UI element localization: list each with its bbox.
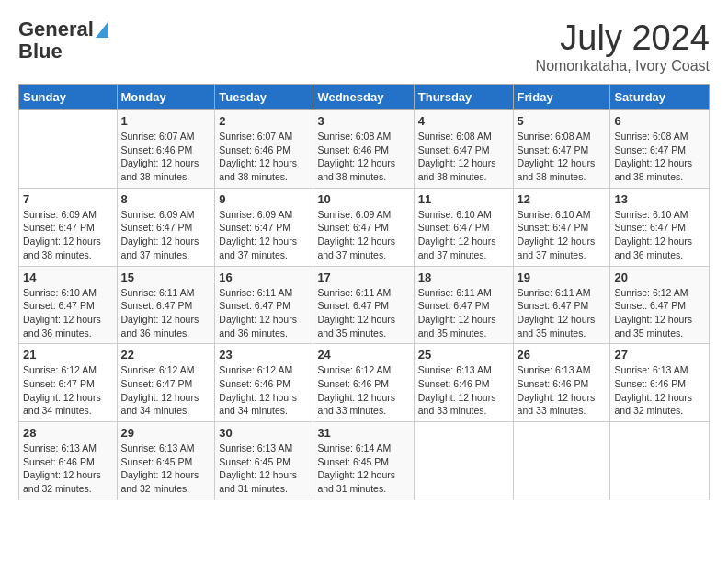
calendar-cell: 15Sunrise: 6:11 AM Sunset: 6:47 PM Dayli… <box>117 266 215 344</box>
day-number: 27 <box>614 348 705 362</box>
day-info: Sunrise: 6:12 AM Sunset: 6:47 PM Dayligh… <box>614 286 705 340</box>
week-row-1: 1Sunrise: 6:07 AM Sunset: 6:46 PM Daylig… <box>19 110 710 189</box>
calendar-body: 1Sunrise: 6:07 AM Sunset: 6:46 PM Daylig… <box>19 110 710 500</box>
header-day-monday: Monday <box>117 85 215 110</box>
header-day-sunday: Sunday <box>19 85 118 110</box>
calendar-cell: 1Sunrise: 6:07 AM Sunset: 6:46 PM Daylig… <box>117 110 215 189</box>
header-day-saturday: Saturday <box>610 85 710 110</box>
day-number: 10 <box>317 192 409 206</box>
day-info: Sunrise: 6:11 AM Sunset: 6:47 PM Dayligh… <box>121 286 211 340</box>
day-info: Sunrise: 6:08 AM Sunset: 6:47 PM Dayligh… <box>518 130 607 184</box>
day-info: Sunrise: 6:11 AM Sunset: 6:47 PM Dayligh… <box>418 286 509 340</box>
day-info: Sunrise: 6:11 AM Sunset: 6:47 PM Dayligh… <box>518 286 607 340</box>
day-number: 19 <box>518 270 607 284</box>
calendar-cell: 5Sunrise: 6:08 AM Sunset: 6:47 PM Daylig… <box>513 110 610 189</box>
calendar-cell: 29Sunrise: 6:13 AM Sunset: 6:45 PM Dayli… <box>117 422 215 500</box>
day-info: Sunrise: 6:14 AM Sunset: 6:45 PM Dayligh… <box>317 442 409 496</box>
calendar-cell <box>414 422 513 500</box>
day-info: Sunrise: 6:11 AM Sunset: 6:47 PM Dayligh… <box>317 286 409 340</box>
calendar-cell: 23Sunrise: 6:12 AM Sunset: 6:46 PM Dayli… <box>215 344 313 422</box>
header-day-friday: Friday <box>513 85 610 110</box>
calendar-header: SundayMondayTuesdayWednesdayThursdayFrid… <box>19 85 710 110</box>
header-row: SundayMondayTuesdayWednesdayThursdayFrid… <box>19 85 710 110</box>
week-row-4: 21Sunrise: 6:12 AM Sunset: 6:47 PM Dayli… <box>19 344 710 422</box>
header-day-thursday: Thursday <box>414 85 513 110</box>
calendar-cell: 20Sunrise: 6:12 AM Sunset: 6:47 PM Dayli… <box>610 266 710 344</box>
main-title: July 2024 <box>536 18 710 58</box>
calendar-cell <box>19 110 118 189</box>
calendar-cell: 8Sunrise: 6:09 AM Sunset: 6:47 PM Daylig… <box>117 188 215 266</box>
calendar-cell: 27Sunrise: 6:13 AM Sunset: 6:46 PM Dayli… <box>610 344 710 422</box>
subtitle: Nomonkataha, Ivory Coast <box>536 58 710 75</box>
day-info: Sunrise: 6:08 AM Sunset: 6:47 PM Dayligh… <box>614 130 705 184</box>
day-info: Sunrise: 6:09 AM Sunset: 6:47 PM Dayligh… <box>23 208 113 262</box>
day-number: 9 <box>219 192 309 206</box>
week-row-5: 28Sunrise: 6:13 AM Sunset: 6:46 PM Dayli… <box>19 422 710 500</box>
day-info: Sunrise: 6:10 AM Sunset: 6:47 PM Dayligh… <box>518 208 607 262</box>
calendar-cell: 19Sunrise: 6:11 AM Sunset: 6:47 PM Dayli… <box>513 266 610 344</box>
day-info: Sunrise: 6:08 AM Sunset: 6:46 PM Dayligh… <box>317 130 409 184</box>
week-row-3: 14Sunrise: 6:10 AM Sunset: 6:47 PM Dayli… <box>19 266 710 344</box>
calendar-cell: 2Sunrise: 6:07 AM Sunset: 6:46 PM Daylig… <box>215 110 313 189</box>
day-info: Sunrise: 6:13 AM Sunset: 6:46 PM Dayligh… <box>418 363 509 418</box>
day-number: 18 <box>418 270 509 284</box>
calendar-table: SundayMondayTuesdayWednesdayThursdayFrid… <box>18 84 710 500</box>
calendar-cell: 26Sunrise: 6:13 AM Sunset: 6:46 PM Dayli… <box>513 344 610 422</box>
calendar-cell: 17Sunrise: 6:11 AM Sunset: 6:47 PM Dayli… <box>313 266 414 344</box>
logo-triangle-icon <box>96 21 108 38</box>
calendar-cell: 9Sunrise: 6:09 AM Sunset: 6:47 PM Daylig… <box>215 188 313 266</box>
calendar-cell: 21Sunrise: 6:12 AM Sunset: 6:47 PM Dayli… <box>19 344 118 422</box>
day-info: Sunrise: 6:11 AM Sunset: 6:47 PM Dayligh… <box>219 286 309 340</box>
day-info: Sunrise: 6:10 AM Sunset: 6:47 PM Dayligh… <box>418 208 509 262</box>
day-number: 1 <box>121 114 211 128</box>
day-info: Sunrise: 6:12 AM Sunset: 6:46 PM Dayligh… <box>219 363 309 418</box>
day-number: 31 <box>317 426 409 440</box>
day-info: Sunrise: 6:13 AM Sunset: 6:46 PM Dayligh… <box>614 363 705 418</box>
calendar-cell: 6Sunrise: 6:08 AM Sunset: 6:47 PM Daylig… <box>610 110 710 189</box>
logo: General Blue <box>18 18 108 63</box>
day-info: Sunrise: 6:13 AM Sunset: 6:45 PM Dayligh… <box>219 442 309 496</box>
calendar-cell: 7Sunrise: 6:09 AM Sunset: 6:47 PM Daylig… <box>19 188 118 266</box>
calendar-cell: 11Sunrise: 6:10 AM Sunset: 6:47 PM Dayli… <box>414 188 513 266</box>
header-day-wednesday: Wednesday <box>313 85 414 110</box>
day-number: 29 <box>121 426 211 440</box>
day-number: 21 <box>23 348 113 362</box>
calendar-cell: 31Sunrise: 6:14 AM Sunset: 6:45 PM Dayli… <box>313 422 414 500</box>
calendar-cell: 28Sunrise: 6:13 AM Sunset: 6:46 PM Dayli… <box>19 422 118 500</box>
day-info: Sunrise: 6:12 AM Sunset: 6:47 PM Dayligh… <box>121 363 211 418</box>
day-number: 20 <box>614 270 705 284</box>
calendar-cell: 13Sunrise: 6:10 AM Sunset: 6:47 PM Dayli… <box>610 188 710 266</box>
calendar-cell: 12Sunrise: 6:10 AM Sunset: 6:47 PM Dayli… <box>513 188 610 266</box>
week-row-2: 7Sunrise: 6:09 AM Sunset: 6:47 PM Daylig… <box>19 188 710 266</box>
day-number: 8 <box>121 192 211 206</box>
day-info: Sunrise: 6:07 AM Sunset: 6:46 PM Dayligh… <box>121 130 211 184</box>
day-number: 22 <box>121 348 211 362</box>
calendar-cell <box>610 422 710 500</box>
day-number: 15 <box>121 270 211 284</box>
day-number: 2 <box>219 114 309 128</box>
day-number: 17 <box>317 270 409 284</box>
day-number: 6 <box>614 114 705 128</box>
calendar-cell: 18Sunrise: 6:11 AM Sunset: 6:47 PM Dayli… <box>414 266 513 344</box>
day-info: Sunrise: 6:13 AM Sunset: 6:46 PM Dayligh… <box>518 363 607 418</box>
calendar-cell: 4Sunrise: 6:08 AM Sunset: 6:47 PM Daylig… <box>414 110 513 189</box>
calendar-cell: 22Sunrise: 6:12 AM Sunset: 6:47 PM Dayli… <box>117 344 215 422</box>
day-number: 28 <box>23 426 113 440</box>
day-number: 11 <box>418 192 509 206</box>
calendar-cell: 10Sunrise: 6:09 AM Sunset: 6:47 PM Dayli… <box>313 188 414 266</box>
day-info: Sunrise: 6:13 AM Sunset: 6:46 PM Dayligh… <box>23 442 113 496</box>
day-info: Sunrise: 6:08 AM Sunset: 6:47 PM Dayligh… <box>418 130 509 184</box>
day-number: 4 <box>418 114 509 128</box>
calendar-cell: 16Sunrise: 6:11 AM Sunset: 6:47 PM Dayli… <box>215 266 313 344</box>
day-info: Sunrise: 6:12 AM Sunset: 6:47 PM Dayligh… <box>23 363 113 418</box>
day-info: Sunrise: 6:09 AM Sunset: 6:47 PM Dayligh… <box>317 208 409 262</box>
day-number: 14 <box>23 270 113 284</box>
day-info: Sunrise: 6:12 AM Sunset: 6:46 PM Dayligh… <box>317 363 409 418</box>
page-header: General Blue July 2024 Nomonkataha, Ivor… <box>18 18 710 75</box>
logo-general: General <box>18 18 94 40</box>
day-number: 30 <box>219 426 309 440</box>
day-number: 23 <box>219 348 309 362</box>
calendar-cell: 24Sunrise: 6:12 AM Sunset: 6:46 PM Dayli… <box>313 344 414 422</box>
logo-blue: Blue <box>18 40 63 63</box>
day-info: Sunrise: 6:09 AM Sunset: 6:47 PM Dayligh… <box>219 208 309 262</box>
